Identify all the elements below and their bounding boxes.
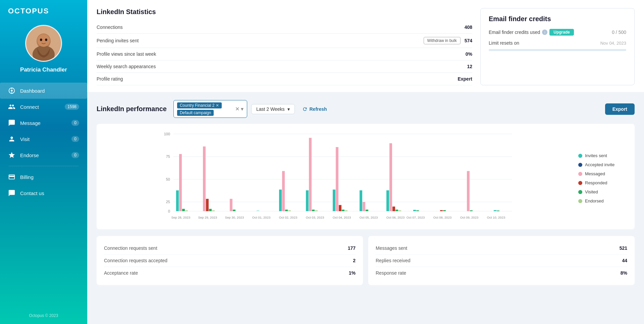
svg-rect-52	[413, 210, 416, 211]
sidebar-item-endorse-label: Endorse	[20, 152, 39, 158]
main-content: LinkedIn Statistics Connections 408 Pend…	[87, 0, 644, 324]
svg-rect-20	[176, 190, 179, 211]
svg-rect-42	[342, 210, 344, 211]
endorsed-label: Endorsed	[585, 198, 604, 203]
sidebar-item-message-label: Message	[20, 120, 41, 126]
legend-messaged: Messaged	[578, 171, 629, 176]
sidebar-item-visit-label: Visit	[20, 136, 30, 142]
visit-icon	[8, 135, 15, 143]
svg-rect-40	[336, 147, 338, 211]
svg-rect-33	[285, 210, 288, 211]
acceptance-rate-value: 1%	[349, 270, 356, 276]
sidebar-item-connect[interactable]: Connect 1598	[0, 99, 87, 115]
svg-rect-35	[306, 190, 309, 211]
sidebar-nav: Dashboard Connect 1598 Message 0 Visit 0	[0, 83, 87, 201]
dashboard-icon	[8, 87, 15, 94]
connect-badge: 1598	[65, 104, 79, 110]
sidebar-item-dashboard[interactable]: Dashboard	[0, 83, 87, 99]
sidebar-item-endorse[interactable]: Endorse 0	[0, 147, 87, 163]
response-rate-label: Response rate	[376, 270, 621, 276]
sidebar-item-billing[interactable]: Billing	[0, 169, 87, 185]
conn-sent-value: 177	[348, 245, 356, 251]
responded-label: Responded	[585, 180, 607, 185]
svg-rect-25	[206, 199, 209, 211]
credits-label: Email finder credits used i Upgrade	[489, 29, 612, 36]
invites-sent-label: Invites sent	[585, 153, 607, 158]
summary-acceptance-rate: Acceptance rate 1%	[104, 267, 356, 279]
svg-rect-21	[179, 154, 182, 211]
pending-label: Pending invites sent	[97, 38, 424, 43]
info-icon: i	[542, 30, 547, 35]
svg-rect-56	[467, 171, 470, 211]
svg-rect-38	[315, 211, 318, 211]
summary-conn-accepted: Connection requests accepted 2	[104, 254, 356, 267]
stats-row-weeklysearch: Weekly search appearances 12	[97, 60, 472, 73]
sidebar-item-connect-label: Connect	[20, 104, 39, 110]
stats-table: Connections 408 Pending invites sent Wit…	[97, 21, 472, 85]
campaign-tag-1-remove[interactable]: ✕	[216, 103, 219, 108]
performance-section: LinkedIn performance Country Financial 2…	[87, 92, 644, 293]
refresh-button[interactable]: Refresh	[299, 104, 330, 114]
svg-rect-32	[282, 171, 285, 211]
username: Patricia Chandler	[20, 66, 67, 73]
chart-area: 100 75 50 25 0	[102, 131, 570, 226]
svg-rect-53	[416, 211, 419, 212]
stats-row-profileviews: Profile views since last week 0%	[97, 48, 472, 60]
upgrade-button[interactable]: Upgrade	[549, 29, 574, 36]
svg-text:75: 75	[166, 154, 170, 158]
campaign-chevron-icon[interactable]: ▾	[241, 106, 244, 112]
export-button[interactable]: Export	[605, 103, 635, 115]
sidebar: OCTOPUS Patricia Chandler Dashboard	[0, 0, 87, 324]
svg-point-7	[11, 90, 13, 92]
weeklysearch-value: 12	[467, 64, 472, 69]
sidebar-item-billing-label: Billing	[20, 174, 34, 180]
limit-label: Limit resets on	[489, 40, 600, 46]
summary-conn-sent: Connection requests sent 177	[104, 242, 356, 254]
withdraw-button[interactable]: Withdraw in bulk	[424, 37, 461, 44]
svg-rect-28	[230, 199, 232, 211]
svg-rect-48	[389, 143, 392, 211]
connect-icon	[8, 103, 15, 110]
sidebar-item-visit[interactable]: Visit 0	[0, 131, 87, 147]
date-select[interactable]: Last 2 Weeks ▾	[251, 104, 295, 114]
svg-text:25: 25	[166, 200, 170, 204]
endorsed-dot	[578, 199, 582, 203]
invites-sent-dot	[578, 154, 582, 158]
stats-row-pending: Pending invites sent Withdraw in bulk 57…	[97, 34, 472, 48]
limit-date: Nov 04, 2023	[600, 41, 626, 46]
endorse-icon	[8, 151, 15, 159]
campaign-select[interactable]: Country Financial 2 ✕ Default campaign ✕…	[173, 100, 247, 118]
conn-accepted-value: 2	[353, 258, 356, 263]
connections-label: Connections	[97, 25, 465, 30]
performance-header: LinkedIn performance Country Financial 2…	[97, 100, 635, 118]
campaign-clear-icon[interactable]: ✕	[235, 106, 239, 112]
svg-text:Oct 06, 2023: Oct 06, 2023	[386, 216, 405, 219]
sidebar-item-contact[interactable]: Contact us	[0, 185, 87, 201]
legend-accepted-invite: Accepted invite	[578, 162, 629, 167]
message-icon	[8, 119, 15, 127]
copyright: Octopus © 2023	[29, 313, 58, 324]
svg-rect-59	[497, 211, 499, 211]
svg-rect-58	[494, 210, 496, 211]
svg-text:Oct 07, 2023: Oct 07, 2023	[407, 216, 425, 219]
legend-responded: Responded	[578, 180, 629, 185]
credits-value: 0 / 500	[612, 30, 626, 35]
stats-row-rating: Profile rating Expert	[97, 73, 472, 85]
sidebar-item-message[interactable]: Message 0	[0, 115, 87, 131]
svg-point-4	[40, 39, 42, 41]
svg-text:Oct 03, 2023: Oct 03, 2023	[306, 216, 324, 219]
responded-dot	[578, 181, 582, 185]
visited-label: Visited	[585, 189, 598, 194]
replies-label: Replies received	[376, 258, 622, 263]
avatar	[25, 25, 62, 62]
svg-rect-36	[309, 138, 312, 212]
svg-text:Sep 29, 2023: Sep 29, 2023	[198, 216, 217, 219]
bar-chart: 100 75 50 25 0	[102, 131, 570, 225]
svg-rect-24	[203, 146, 206, 211]
profileviews-value: 0%	[466, 51, 472, 57]
stats-title: LinkedIn Statistics	[97, 8, 472, 16]
svg-text:Oct 04, 2023: Oct 04, 2023	[333, 216, 351, 219]
email-finder-box: Email finder credits Email finder credit…	[480, 8, 635, 85]
svg-rect-51	[398, 211, 401, 211]
progress-bar-bg	[489, 49, 626, 51]
